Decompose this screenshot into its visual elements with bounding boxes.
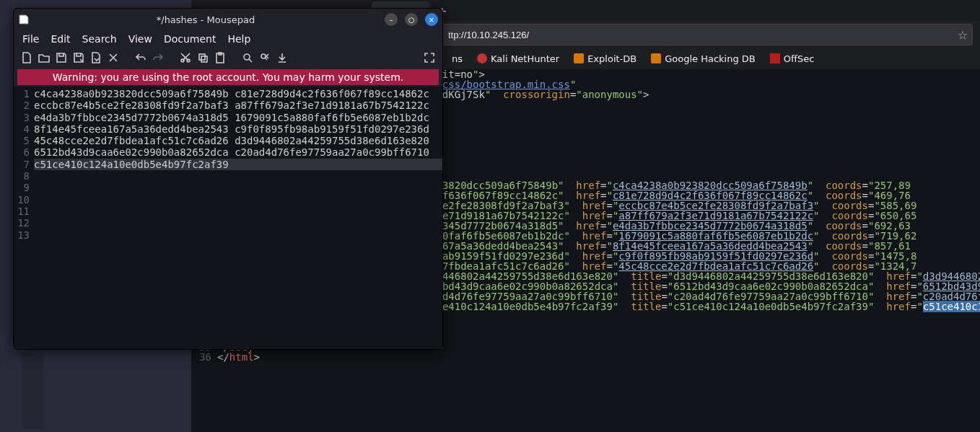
toolbar: [14, 48, 442, 68]
svg-point-6: [244, 54, 250, 60]
ghdb-icon: [651, 53, 661, 63]
bookmark-item[interactable]: ns: [447, 52, 467, 66]
bookmark-star-icon[interactable]: ☆: [958, 28, 968, 42]
minimize-button[interactable]: –: [385, 13, 398, 26]
save-icon[interactable]: [54, 50, 69, 65]
menu-bar: File Edit Search View Document Help: [14, 30, 442, 48]
svg-rect-3: [201, 56, 207, 62]
menu-edit[interactable]: Edit: [51, 33, 70, 45]
bookmark-item[interactable]: Exploit-DB: [569, 52, 641, 66]
bookmark-item[interactable]: Kali NetHunter: [473, 52, 564, 66]
redo-icon[interactable]: [151, 50, 165, 65]
maximize-button[interactable]: ○: [405, 13, 418, 26]
svg-rect-2: [199, 54, 205, 60]
offsec-icon: [770, 53, 780, 63]
open-file-icon[interactable]: [37, 50, 51, 65]
editor-body[interactable]: 12345678910111213 c4ca4238a0b923820dcc50…: [14, 87, 442, 349]
copy-icon[interactable]: [196, 50, 210, 65]
mousepad-app-icon: [18, 14, 30, 25]
revert-icon[interactable]: [89, 50, 103, 65]
url-bar[interactable]: ☆: [440, 24, 973, 45]
save-as-icon[interactable]: [71, 50, 86, 65]
titlebar[interactable]: */hashes - Mousepad – ○ ×: [14, 9, 442, 30]
bookmark-item[interactable]: OffSec: [766, 52, 819, 66]
menu-document[interactable]: Document: [164, 33, 216, 45]
search-icon[interactable]: [240, 50, 255, 65]
new-file-icon[interactable]: [19, 50, 34, 65]
menu-search[interactable]: Search: [82, 33, 117, 45]
cut-icon[interactable]: [178, 50, 193, 65]
menu-file[interactable]: File: [22, 33, 39, 45]
mousepad-window: */hashes - Mousepad – ○ × File Edit Sear…: [13, 8, 443, 350]
side-dock: [22, 353, 43, 429]
editor-text[interactable]: c4ca4238a0b923820dcc509a6f75849b c81e728…: [32, 87, 442, 349]
close-button[interactable]: ×: [425, 13, 438, 26]
kali-icon: [477, 53, 487, 63]
close-file-icon[interactable]: [106, 50, 121, 65]
search-replace-icon[interactable]: [258, 50, 272, 65]
url-input[interactable]: [445, 27, 958, 43]
menu-view[interactable]: View: [128, 33, 152, 45]
exploitdb-icon: [574, 53, 584, 63]
goto-icon[interactable]: [275, 50, 289, 65]
paste-icon[interactable]: [213, 50, 227, 65]
fullscreen-icon[interactable]: [422, 50, 437, 65]
menu-help[interactable]: Help: [227, 33, 250, 45]
undo-icon[interactable]: [134, 50, 148, 65]
root-warning: Warning: you are using the root account.…: [17, 69, 439, 85]
bookmark-item[interactable]: Google Hacking DB: [647, 52, 760, 66]
line-gutter: 12345678910111213: [14, 87, 32, 349]
window-title: */hashes - Mousepad: [34, 14, 377, 25]
